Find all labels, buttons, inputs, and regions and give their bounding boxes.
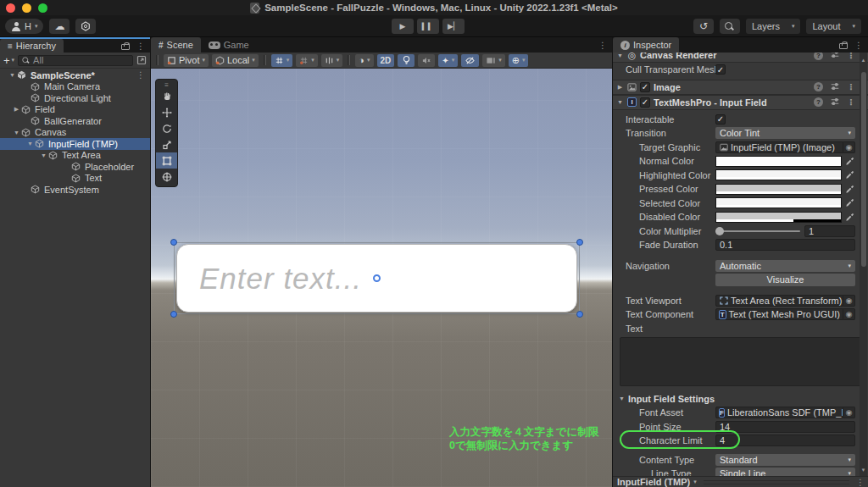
eyedropper-icon[interactable]	[843, 157, 855, 166]
scale-tool-button[interactable]	[156, 136, 177, 152]
draw-mode-dropdown[interactable]: ◑ ▾	[355, 54, 373, 67]
disabled-color-swatch[interactable]	[715, 212, 842, 223]
increment-snap-dropdown[interactable]: ▾	[296, 54, 318, 67]
transition-dropdown[interactable]: Color Tint▾	[715, 127, 855, 139]
hierarchy-item-canvas[interactable]: ▼ Canvas	[0, 127, 150, 139]
hierarchy-item-text-area[interactable]: ▼ Text Area	[0, 150, 150, 162]
slider-knob[interactable]	[715, 227, 724, 235]
preset-icon[interactable]	[830, 81, 840, 93]
close-window-button[interactable]	[6, 3, 15, 13]
help-icon[interactable]: ?	[814, 82, 823, 91]
2d-toggle[interactable]: 2D	[377, 54, 395, 67]
content-type-dropdown[interactable]: Standard▾	[715, 454, 855, 466]
footer-drag-lines[interactable]	[704, 480, 849, 484]
hierarchy-item-main-camera[interactable]: Main Camera	[0, 81, 150, 93]
panel-menu-icon[interactable]: ⋮	[136, 42, 145, 51]
rect-tool-button[interactable]	[156, 152, 177, 169]
hierarchy-item-eventsystem[interactable]: EventSystem	[0, 184, 150, 196]
foldout-arrow-icon[interactable]: ▼	[616, 53, 624, 58]
highlighted-color-swatch[interactable]	[715, 169, 842, 180]
hierarchy-item-ballgenerator[interactable]: BallGenerator	[0, 115, 150, 127]
rect-handle-bottom-right[interactable]	[576, 311, 583, 318]
pivot-dropdown[interactable]: Pivot ▾	[164, 54, 209, 67]
help-icon[interactable]: ?	[814, 97, 823, 107]
open-search-window-icon[interactable]	[136, 55, 147, 65]
grid-snap-toggle[interactable]: ▾	[271, 54, 293, 67]
help-icon[interactable]: ?	[814, 53, 823, 60]
toolbar-grip[interactable]	[348, 55, 350, 65]
foldout-arrow-icon[interactable]: ▶	[616, 84, 624, 91]
hierarchy-item-samplescene[interactable]: ▼ SampleScene* ⋮	[0, 69, 150, 81]
inspector-scrollbar[interactable]: ▲ ▼	[860, 53, 867, 476]
hierarchy-item-field[interactable]: ▶ Field	[0, 104, 150, 116]
scrollbar-thumb[interactable]	[861, 72, 866, 267]
component-menu-icon[interactable]: ⋮	[847, 97, 855, 107]
tab-hierarchy[interactable]: ≡ Hierarchy	[0, 39, 64, 53]
hierarchy-item-inputfield-selected[interactable]: ▼ InputField (TMP)	[0, 138, 150, 150]
toolbar-grip[interactable]	[264, 55, 266, 65]
point-size-field[interactable]: 14	[715, 421, 855, 433]
object-picker-icon[interactable]: ◉	[843, 295, 855, 307]
transform-tool-button[interactable]	[156, 169, 177, 185]
pause-button[interactable]: ▍▍	[417, 19, 439, 34]
zoom-window-button[interactable]	[38, 3, 47, 13]
foldout-arrow-icon[interactable]: ▼	[39, 152, 48, 158]
scene-menu-icon[interactable]: ⋮	[136, 70, 150, 80]
canvas-renderer-header[interactable]: ▼ ◎ Canvas Renderer ? ⋮	[613, 53, 868, 63]
rotate-tool-button[interactable]	[156, 120, 177, 136]
tab-inspector[interactable]: i Inspector	[613, 37, 679, 53]
hierarchy-search-input[interactable]: All	[18, 55, 133, 66]
eyedropper-icon[interactable]	[843, 185, 855, 194]
lock-icon[interactable]	[839, 42, 847, 49]
account-button[interactable]: H ▾	[5, 19, 43, 34]
foldout-arrow-icon[interactable]: ▼	[8, 72, 17, 78]
foldout-arrow-icon[interactable]: ▼	[618, 396, 626, 401]
image-component-header[interactable]: ▶ ✓ Image ? ⋮	[613, 80, 868, 95]
normal-color-swatch[interactable]	[715, 156, 842, 167]
audio-mute-toggle[interactable]	[418, 54, 435, 67]
rect-handle-top-left[interactable]	[170, 239, 177, 246]
gizmos-dropdown[interactable]: ⊕ ▾	[509, 54, 529, 67]
undo-history-button[interactable]: ↺	[693, 19, 714, 34]
tmp-input-field-header[interactable]: ▼ I ✓ TextMeshPro - Input Field ? ⋮	[613, 95, 868, 110]
character-limit-field[interactable]: 4	[715, 434, 855, 446]
pivot-handle[interactable]	[373, 274, 381, 282]
overlay-drag-handle[interactable]: ≡	[156, 81, 177, 88]
play-button[interactable]: ▶	[392, 19, 414, 34]
text-viewport-field[interactable]: Text Area (Rect Transform)	[715, 295, 843, 307]
step-button[interactable]: ▶▏	[442, 19, 465, 34]
component-menu-icon[interactable]: ⋮	[847, 82, 855, 91]
visualize-button[interactable]: Visualize	[715, 274, 855, 286]
camera-overlay-dropdown[interactable]: ▾	[482, 54, 505, 67]
line-type-dropdown[interactable]: Single Line▾	[715, 468, 855, 476]
fade-duration-field[interactable]: 0.1	[715, 239, 855, 251]
hierarchy-item-text[interactable]: Text	[0, 173, 150, 185]
component-menu-icon[interactable]: ⋮	[847, 53, 855, 60]
image-enabled-checkbox[interactable]: ✓	[640, 82, 650, 92]
hierarchy-item-placeholder[interactable]: Placeholder	[0, 161, 150, 173]
lighting-toggle[interactable]	[398, 54, 415, 67]
color-multiplier-slider[interactable]	[715, 230, 800, 232]
eyedropper-icon[interactable]	[843, 170, 855, 180]
navigation-dropdown[interactable]: Automatic▾	[715, 260, 855, 272]
layout-dropdown[interactable]: Layout ▾	[806, 19, 861, 34]
object-picker-icon[interactable]: ◉	[843, 141, 855, 153]
tab-scene[interactable]: # Scene	[151, 37, 201, 53]
foldout-arrow-icon[interactable]: ▼	[616, 99, 624, 105]
plastic-scm-button[interactable]	[75, 19, 96, 34]
cloud-services-button[interactable]: ☁	[49, 19, 70, 34]
inspector-footer-bar[interactable]: InputField (TMP) ▾ ⋮	[613, 476, 868, 487]
local-dropdown[interactable]: Local ▾	[212, 54, 259, 67]
search-button[interactable]	[720, 19, 740, 34]
move-tool-button[interactable]	[156, 104, 177, 120]
hierarchy-item-directional-light[interactable]: Directional Light	[0, 92, 150, 104]
color-multiplier-value[interactable]: 1	[804, 225, 855, 237]
input-field-settings-header[interactable]: ▼ Input Field Settings	[613, 391, 868, 406]
panel-menu-icon[interactable]: ⋮	[854, 41, 863, 50]
font-asset-field[interactable]: F LiberationSans SDF (TMP_Fon	[715, 407, 843, 418]
preset-icon[interactable]	[830, 97, 840, 108]
scroll-down-arrow[interactable]: ▼	[860, 468, 867, 473]
pressed-color-swatch[interactable]	[715, 184, 842, 195]
object-picker-icon[interactable]: ◉	[843, 407, 855, 418]
cull-transparent-mesh-checkbox[interactable]: ✓	[715, 64, 726, 75]
